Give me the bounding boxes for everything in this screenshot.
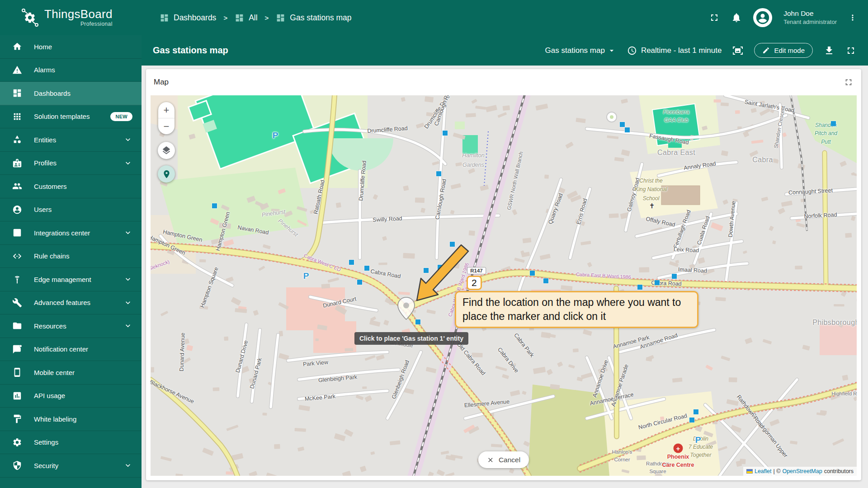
- map-label: P: [695, 435, 701, 445]
- sidebar-item-edge-management[interactable]: Edge management: [0, 268, 142, 291]
- map-label: Cabra: [752, 156, 773, 164]
- map-label: Hamilton: [462, 152, 484, 159]
- polyline-edit-handle[interactable]: [831, 121, 836, 126]
- dashboard-image-icon[interactable]: [732, 45, 743, 56]
- leaflet-link[interactable]: Leaflet: [755, 468, 772, 474]
- polyline-edit-handle[interactable]: [672, 274, 677, 279]
- breadcrumb-item[interactable]: Dashboards: [160, 13, 216, 23]
- sidebar-item-advanced-features[interactable]: Advanced features: [0, 291, 142, 315]
- sidebar-item-integrations-center[interactable]: Integrations center: [0, 221, 142, 245]
- sidebar-item-dashboards[interactable]: Dashboards: [0, 82, 142, 105]
- polyline-edit-handle[interactable]: [415, 319, 420, 324]
- hospital-cross-icon: +: [674, 444, 683, 453]
- map-label: Hampton Green: [215, 211, 231, 252]
- sidebar-item-alarms[interactable]: Alarms: [0, 59, 142, 82]
- sidebar-item-resources[interactable]: Resources: [0, 314, 142, 338]
- folder-icon: [12, 321, 22, 331]
- polyline-edit-handle[interactable]: [689, 418, 694, 422]
- polyline-edit-handle[interactable]: [450, 242, 455, 247]
- people-icon: [12, 181, 22, 191]
- polyline-edit-handle[interactable]: [424, 268, 429, 273]
- polyline-edit-handle[interactable]: [443, 131, 448, 136]
- breadcrumb-item[interactable]: All: [235, 13, 257, 23]
- sidebar-item-label: Rule chains: [34, 252, 69, 260]
- polyline-edit-handle[interactable]: [543, 278, 548, 283]
- phone-icon: [12, 367, 22, 377]
- map-label: Carnlough Road: [433, 95, 453, 127]
- sidebar-item-label: Advanced features: [34, 299, 90, 306]
- sidebar-item-white-labeling[interactable]: White labeling: [0, 408, 142, 431]
- dashboard-state-select[interactable]: Gas stations map: [545, 46, 616, 55]
- map-canvas[interactable]: Drumcliffe RoadDrumcliffe RoadDrumcliffe…: [151, 95, 857, 476]
- sidebar-item-customers[interactable]: Customers: [0, 175, 142, 198]
- polyline-edit-handle[interactable]: [620, 122, 625, 127]
- map-label: Pitch and: [815, 130, 837, 136]
- polyline-edit-handle[interactable]: [438, 265, 443, 270]
- sidebar-item-settings[interactable]: Settings: [0, 431, 142, 455]
- map-label: Norfolk Road: [804, 211, 837, 220]
- widget-expand-icon[interactable]: [844, 77, 854, 87]
- polyline-edit-handle[interactable]: [530, 271, 535, 276]
- polyline-edit-handle[interactable]: [625, 127, 630, 132]
- polyline-edit-handle[interactable]: [693, 409, 698, 414]
- place-marker-tool-button[interactable]: [158, 165, 175, 183]
- edit-mode-button[interactable]: Edit mode: [754, 43, 813, 58]
- sidebar-item-label: Home: [34, 43, 52, 51]
- sidebar-item-api-usage[interactable]: API usage: [0, 385, 142, 408]
- avatar[interactable]: [753, 8, 772, 27]
- sidebar-item-security[interactable]: Security: [0, 454, 142, 478]
- sidebar-item-label: Mobile center: [34, 369, 75, 376]
- top-header: ThingsBoard Professional Dashboards>All>…: [0, 0, 868, 35]
- sidebar-item-label: Settings: [34, 438, 58, 446]
- home-icon: [12, 42, 22, 52]
- sidebar-item-mobile-center[interactable]: Mobile center: [0, 361, 142, 385]
- new-badge: NEW: [110, 112, 132, 121]
- download-icon[interactable]: [824, 45, 835, 56]
- user-info[interactable]: John Doe Tenant administrator: [783, 9, 837, 26]
- layers-button[interactable]: [158, 142, 175, 159]
- map-label: Annaly Road: [684, 160, 717, 171]
- map-label: Hampton Green: [151, 234, 186, 256]
- expand-dashboard-icon[interactable]: [845, 45, 856, 56]
- sidebar-item-notification-center[interactable]: Notification center: [0, 338, 142, 361]
- breadcrumb-label: Dashboards: [174, 13, 216, 23]
- dashboard-icon: [12, 88, 22, 98]
- sidebar-item-rule-chains[interactable]: Rule chains: [0, 245, 142, 268]
- chevron-down-icon: [123, 461, 132, 470]
- kebab-menu-icon[interactable]: [848, 13, 857, 22]
- zoom-out-button[interactable]: −: [158, 118, 175, 134]
- sidebar-item-users[interactable]: Users: [0, 198, 142, 222]
- polyline-edit-handle[interactable]: [364, 266, 369, 271]
- cancel-button[interactable]: Cancel: [478, 451, 529, 468]
- map-label: Putt: [821, 139, 830, 145]
- map-label: Drumcliffe Road: [358, 160, 368, 201]
- map-label: Hampton Green: [162, 229, 203, 243]
- paint-icon: [12, 414, 22, 424]
- user-role: Tenant administrator: [783, 19, 837, 26]
- map-label: Cabra West C ED: [303, 253, 341, 272]
- dashboard-grid-icon: [276, 13, 285, 23]
- map-label: Square: [649, 469, 666, 474]
- map-label: Blackhorse Avenue: [151, 379, 195, 405]
- fullscreen-icon[interactable]: [709, 12, 720, 23]
- sidebar-item-profiles[interactable]: Profiles: [0, 152, 142, 175]
- map-label: Annamoe Terrace: [589, 391, 634, 407]
- map-label: Annamoe Parade: [610, 364, 629, 408]
- polyline-edit-handle[interactable]: [357, 280, 362, 285]
- brand-logo[interactable]: ThingsBoard Professional: [0, 7, 142, 28]
- polyline-edit-handle[interactable]: [637, 285, 642, 290]
- osm-link[interactable]: OpenStreetMap: [782, 468, 822, 474]
- polyline-edit-handle[interactable]: [349, 260, 354, 265]
- polyline-edit-handle[interactable]: [212, 203, 217, 208]
- timewindow-button[interactable]: Realtime - last 1 minute: [627, 46, 722, 56]
- header-actions: John Doe Tenant administrator: [709, 8, 868, 27]
- sidebar-item-home[interactable]: Home: [0, 35, 142, 59]
- sidebar-item-entities[interactable]: Entities: [0, 128, 142, 152]
- polyline-edit-handle[interactable]: [655, 280, 660, 285]
- breadcrumb-item[interactable]: Gas stations map: [276, 13, 351, 23]
- polyline-edit-handle[interactable]: [436, 171, 441, 176]
- notifications-bell-icon[interactable]: [731, 12, 742, 23]
- category-icon: [12, 135, 22, 145]
- zoom-in-button[interactable]: +: [158, 102, 175, 118]
- sidebar-item-solution-templates[interactable]: Solution templatesNEW: [0, 105, 142, 129]
